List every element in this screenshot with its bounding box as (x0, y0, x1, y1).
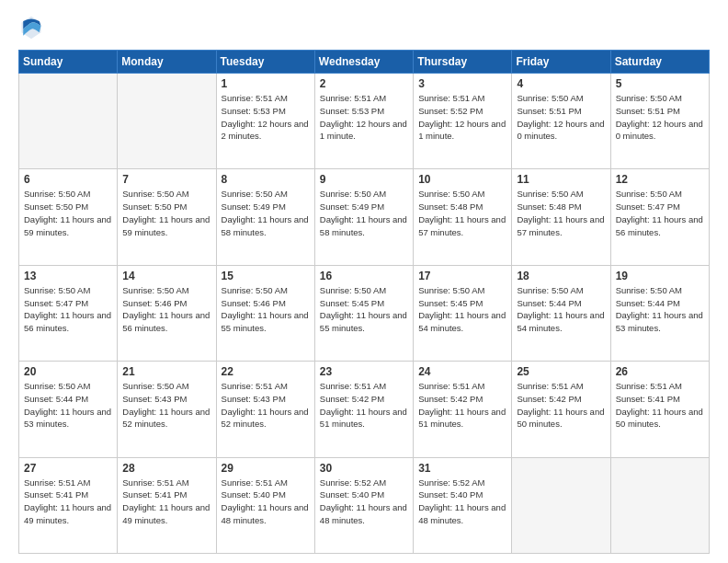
calendar-cell: 2Sunrise: 5:51 AM Sunset: 5:53 PM Daylig… (314, 74, 413, 169)
weekday-header-tuesday: Tuesday (216, 51, 314, 74)
day-info: Sunrise: 5:50 AM Sunset: 5:49 PM Dayligh… (320, 188, 408, 238)
day-info: Sunrise: 5:51 AM Sunset: 5:41 PM Dayligh… (616, 380, 704, 431)
calendar-cell: 12Sunrise: 5:50 AM Sunset: 5:47 PM Dayli… (610, 169, 709, 265)
day-number: 27 (24, 462, 112, 475)
day-number: 12 (616, 173, 704, 186)
calendar-cell (610, 457, 709, 553)
weekday-header-thursday: Thursday (414, 51, 512, 74)
calendar-week-4: 20Sunrise: 5:50 AM Sunset: 5:44 PM Dayli… (19, 362, 710, 457)
calendar-cell: 13Sunrise: 5:50 AM Sunset: 5:47 PM Dayli… (19, 265, 118, 361)
day-info: Sunrise: 5:51 AM Sunset: 5:53 PM Dayligh… (320, 92, 408, 143)
day-number: 7 (122, 173, 210, 186)
calendar-cell: 27Sunrise: 5:51 AM Sunset: 5:41 PM Dayli… (19, 457, 118, 553)
day-number: 2 (320, 77, 408, 90)
weekday-header-wednesday: Wednesday (314, 51, 413, 74)
day-number: 28 (122, 462, 210, 475)
day-info: Sunrise: 5:50 AM Sunset: 5:51 PM Dayligh… (616, 92, 704, 143)
calendar-cell: 17Sunrise: 5:50 AM Sunset: 5:45 PM Dayli… (414, 265, 512, 361)
day-info: Sunrise: 5:50 AM Sunset: 5:44 PM Dayligh… (517, 284, 605, 335)
day-number: 13 (24, 270, 112, 282)
calendar-cell: 16Sunrise: 5:50 AM Sunset: 5:45 PM Dayli… (314, 265, 413, 361)
day-number: 23 (320, 365, 408, 378)
calendar-week-3: 13Sunrise: 5:50 AM Sunset: 5:47 PM Dayli… (19, 265, 710, 361)
day-number: 1 (222, 77, 310, 90)
calendar-cell: 5Sunrise: 5:50 AM Sunset: 5:51 PM Daylig… (610, 74, 709, 169)
day-info: Sunrise: 5:50 AM Sunset: 5:43 PM Dayligh… (122, 380, 210, 431)
day-number: 18 (517, 270, 605, 282)
day-number: 20 (24, 365, 112, 378)
day-info: Sunrise: 5:50 AM Sunset: 5:48 PM Dayligh… (418, 188, 506, 238)
calendar-cell: 8Sunrise: 5:50 AM Sunset: 5:49 PM Daylig… (216, 169, 314, 265)
calendar-cell: 19Sunrise: 5:50 AM Sunset: 5:44 PM Dayli… (610, 265, 709, 361)
day-info: Sunrise: 5:51 AM Sunset: 5:42 PM Dayligh… (517, 380, 605, 431)
day-number: 8 (222, 173, 310, 186)
weekday-header-saturday: Saturday (610, 51, 709, 74)
day-number: 21 (122, 365, 210, 378)
calendar-table: SundayMondayTuesdayWednesdayThursdayFrid… (18, 50, 710, 554)
calendar-cell: 6Sunrise: 5:50 AM Sunset: 5:50 PM Daylig… (19, 169, 118, 265)
calendar-cell (512, 457, 610, 553)
day-number: 11 (517, 173, 605, 186)
day-info: Sunrise: 5:51 AM Sunset: 5:53 PM Dayligh… (222, 92, 310, 143)
calendar-week-5: 27Sunrise: 5:51 AM Sunset: 5:41 PM Dayli… (19, 457, 710, 553)
day-number: 19 (616, 270, 704, 282)
day-number: 17 (418, 270, 506, 282)
day-number: 25 (517, 365, 605, 378)
day-number: 26 (616, 365, 704, 378)
calendar-cell: 29Sunrise: 5:51 AM Sunset: 5:40 PM Dayli… (216, 457, 314, 553)
page: SundayMondayTuesdayWednesdayThursdayFrid… (0, 0, 728, 563)
day-number: 16 (320, 270, 408, 282)
calendar-week-2: 6Sunrise: 5:50 AM Sunset: 5:50 PM Daylig… (19, 169, 710, 265)
calendar-cell: 24Sunrise: 5:51 AM Sunset: 5:42 PM Dayli… (414, 362, 512, 457)
day-number: 31 (418, 462, 506, 475)
day-info: Sunrise: 5:50 AM Sunset: 5:50 PM Dayligh… (24, 188, 112, 238)
day-info: Sunrise: 5:50 AM Sunset: 5:48 PM Dayligh… (517, 188, 605, 238)
calendar-cell: 7Sunrise: 5:50 AM Sunset: 5:50 PM Daylig… (118, 169, 216, 265)
calendar-cell: 1Sunrise: 5:51 AM Sunset: 5:53 PM Daylig… (216, 74, 314, 169)
logo (18, 15, 48, 40)
day-info: Sunrise: 5:50 AM Sunset: 5:46 PM Dayligh… (122, 284, 210, 335)
calendar-cell: 30Sunrise: 5:52 AM Sunset: 5:40 PM Dayli… (314, 457, 413, 553)
calendar-cell: 15Sunrise: 5:50 AM Sunset: 5:46 PM Dayli… (216, 265, 314, 361)
day-number: 6 (24, 173, 112, 186)
day-info: Sunrise: 5:50 AM Sunset: 5:45 PM Dayligh… (320, 284, 408, 335)
day-number: 10 (418, 173, 506, 186)
calendar-cell (118, 74, 216, 169)
weekday-header-sunday: Sunday (19, 51, 118, 74)
calendar-cell: 23Sunrise: 5:51 AM Sunset: 5:42 PM Dayli… (314, 362, 413, 457)
day-info: Sunrise: 5:51 AM Sunset: 5:41 PM Dayligh… (24, 477, 112, 527)
day-info: Sunrise: 5:52 AM Sunset: 5:40 PM Dayligh… (418, 477, 506, 527)
calendar-cell: 21Sunrise: 5:50 AM Sunset: 5:43 PM Dayli… (118, 362, 216, 457)
weekday-header-monday: Monday (118, 51, 216, 74)
weekday-header-row: SundayMondayTuesdayWednesdayThursdayFrid… (19, 51, 710, 74)
calendar-cell: 18Sunrise: 5:50 AM Sunset: 5:44 PM Dayli… (512, 265, 610, 361)
day-info: Sunrise: 5:50 AM Sunset: 5:50 PM Dayligh… (122, 188, 210, 238)
day-info: Sunrise: 5:50 AM Sunset: 5:47 PM Dayligh… (616, 188, 704, 238)
day-info: Sunrise: 5:50 AM Sunset: 5:51 PM Dayligh… (517, 92, 605, 143)
calendar-cell: 11Sunrise: 5:50 AM Sunset: 5:48 PM Dayli… (512, 169, 610, 265)
day-number: 24 (418, 365, 506, 378)
calendar-cell: 10Sunrise: 5:50 AM Sunset: 5:48 PM Dayli… (414, 169, 512, 265)
day-number: 4 (517, 77, 605, 90)
day-number: 14 (122, 270, 210, 282)
day-number: 3 (418, 77, 506, 90)
day-info: Sunrise: 5:50 AM Sunset: 5:45 PM Dayligh… (418, 284, 506, 335)
calendar-cell: 3Sunrise: 5:51 AM Sunset: 5:52 PM Daylig… (414, 74, 512, 169)
day-info: Sunrise: 5:50 AM Sunset: 5:44 PM Dayligh… (24, 380, 112, 431)
day-info: Sunrise: 5:52 AM Sunset: 5:40 PM Dayligh… (320, 477, 408, 527)
day-info: Sunrise: 5:51 AM Sunset: 5:52 PM Dayligh… (418, 92, 506, 143)
calendar-week-1: 1Sunrise: 5:51 AM Sunset: 5:53 PM Daylig… (19, 74, 710, 169)
day-info: Sunrise: 5:51 AM Sunset: 5:42 PM Dayligh… (418, 380, 506, 431)
calendar-cell: 22Sunrise: 5:51 AM Sunset: 5:43 PM Dayli… (216, 362, 314, 457)
day-info: Sunrise: 5:50 AM Sunset: 5:47 PM Dayligh… (24, 284, 112, 335)
day-info: Sunrise: 5:51 AM Sunset: 5:40 PM Dayligh… (222, 477, 310, 527)
weekday-header-friday: Friday (512, 51, 610, 74)
day-info: Sunrise: 5:51 AM Sunset: 5:41 PM Dayligh… (122, 477, 210, 527)
calendar-cell: 26Sunrise: 5:51 AM Sunset: 5:41 PM Dayli… (610, 362, 709, 457)
day-number: 22 (222, 365, 310, 378)
calendar-cell: 31Sunrise: 5:52 AM Sunset: 5:40 PM Dayli… (414, 457, 512, 553)
day-number: 9 (320, 173, 408, 186)
day-number: 30 (320, 462, 408, 475)
day-info: Sunrise: 5:50 AM Sunset: 5:49 PM Dayligh… (222, 188, 310, 238)
calendar-cell: 25Sunrise: 5:51 AM Sunset: 5:42 PM Dayli… (512, 362, 610, 457)
